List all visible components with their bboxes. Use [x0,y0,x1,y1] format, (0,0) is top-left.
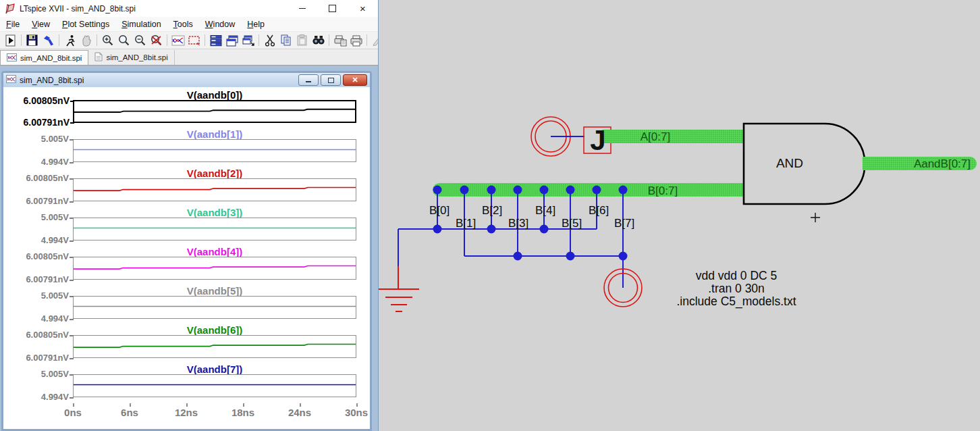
schematic-canvas-panel: J A[0:7] B[0:7] AND AandB[0:7] [379,0,980,431]
y-tick-label: 6.00791nV [26,353,74,363]
waveform-plot [74,218,356,240]
plot-box[interactable]: 5.005V 4.994V [73,218,356,240]
bit-label-b2[interactable]: B[2] [482,204,502,217]
y-tick-label: 6.00791nV [26,275,74,284]
bit-label-b4[interactable]: B[4] [535,204,555,217]
bit-label-b5[interactable]: B[5] [562,217,582,230]
plot-box[interactable]: 6.00805nV 6.00791nV [73,178,356,201]
child-restore-button[interactable] [321,74,341,86]
schematic-tools-button[interactable] [40,33,56,48]
plot-pane-5[interactable]: V(aandb[5]) 5.005V 4.994V [3,286,370,319]
plot-box[interactable]: 6.00805nV 6.00791nV [73,257,356,280]
bus-output-label[interactable]: AandB[0:7] [914,157,971,170]
bus-a[interactable] [602,130,746,143]
schematic-svg: J A[0:7] B[0:7] AND AandB[0:7] [379,0,980,431]
print-button[interactable] [348,33,364,48]
menu-window[interactable]: Window [199,18,241,30]
bit-label-b1[interactable]: B[1] [456,217,476,230]
maximize-button[interactable] [317,0,348,17]
plot-box[interactable]: 6.00805nV 6.00791nV [73,335,356,358]
minimize-button[interactable] [287,0,317,17]
trace-title: V(aandb[6]) [73,325,356,335]
and-gate-label: AND [776,156,803,170]
trace-title: V(aandb[5]) [73,286,356,296]
trace-title: V(aandb[1]) [73,129,356,139]
directive-vdd[interactable]: vdd vdd 0 DC 5 [696,269,778,282]
save-button[interactable] [24,33,40,48]
plot-pane-7[interactable]: V(aandb[7]) 5.005V 4.994V [3,364,370,397]
bit-label-b6[interactable]: B[6] [589,204,609,217]
print-preview-button[interactable] [332,33,348,48]
bit-label-b0[interactable]: B[0] [429,204,450,217]
plot-pane-0[interactable]: V(aandb[0]) 6.00805nV 6.00791nV [3,90,370,123]
run-button[interactable] [3,33,18,48]
plot-pane-6[interactable]: V(aandb[6]) 6.00805nV 6.00791nV [3,325,370,358]
plot-settings-button[interactable] [186,33,202,48]
bit-label-b3[interactable]: B[3] [508,217,528,230]
pan-hand-button[interactable] [78,33,94,48]
directive-tran[interactable]: .tran 0 30n [708,282,765,295]
tab-netlist[interactable]: sim_AND_8bit.spi [88,50,174,65]
and-gate[interactable] [744,124,865,204]
trace-title: V(aandb[7]) [73,364,356,374]
x-tick-label: 18ns [232,407,254,418]
copy-button[interactable] [278,33,294,48]
find-button[interactable] [310,33,326,48]
ltspice-window: LTspice XVII - sim_AND_8bit.spi × File V… [0,0,379,431]
halt-button[interactable] [62,33,78,48]
toolbar-separator [329,34,329,46]
zoom-fit-button[interactable] [116,33,132,48]
draw-line-button[interactable] [370,33,378,48]
toolbar-separator [97,34,97,46]
y-tick-label: 5.005V [41,134,74,144]
plot-pane-2[interactable]: V(aandb[2]) 6.00805nV 6.00791nV [3,168,370,201]
menu-help[interactable]: Help [241,18,271,30]
close-button[interactable]: × [348,0,378,17]
cut-button[interactable] [262,33,277,48]
waveform-plot [74,297,356,318]
zoom-out-button[interactable] [132,33,148,48]
menu-view[interactable]: View [26,18,56,30]
arrange-windows-button[interactable] [240,33,256,48]
bit-label-b7[interactable]: B[7] [614,217,634,230]
waveform-plot [74,336,356,357]
bus-b[interactable] [433,183,746,197]
plot-box[interactable]: 5.005V 4.994V [73,296,356,319]
menu-file[interactable]: File [0,18,26,30]
plot-box[interactable]: 5.005V 4.994V [73,139,356,162]
minimize-icon [299,8,306,9]
plot-box[interactable]: 6.00805nV 6.00791nV [73,100,356,123]
toolbar-separator [21,34,22,46]
x-tick-label: 0ns [64,407,82,418]
junction-dot [514,252,522,261]
toolbar-separator [366,34,367,46]
restore-icon [328,78,334,83]
cascade-windows-button[interactable] [224,33,240,48]
paste-button[interactable] [294,33,310,48]
tab-waveform[interactable]: sim_AND_8bit.spi [0,50,88,65]
tile-windows-button[interactable] [208,33,223,48]
plot-pane-1[interactable]: V(aandb[1]) 5.005V 4.994V [3,129,370,162]
plot-box[interactable]: 5.005V 4.994V [73,374,356,397]
schematic-canvas[interactable] [379,0,980,431]
bus-b-label[interactable]: B[0:7] [648,184,678,197]
plot-pane-4[interactable]: V(aandb[4]) 6.00805nV 6.00791nV [3,247,370,280]
menu-plot-settings[interactable]: Plot Settings [56,18,115,30]
junction-dot [593,186,601,195]
directive-include[interactable]: .include C5_models.txt [676,295,796,309]
x-tick-label: 6ns [121,407,138,418]
waveform-window-title-bar[interactable]: sim_AND_8bit.spi ✕ [3,73,370,88]
x-tick-label: 24ns [288,407,311,418]
plot-pane-3[interactable]: V(aandb[3]) 5.005V 4.994V [3,207,370,240]
waveform-trace [74,188,356,191]
zoom-in-button[interactable] [100,33,115,48]
menu-tools[interactable]: Tools [167,18,199,30]
child-minimize-button[interactable] [298,74,319,86]
bus-a-label[interactable]: A[0:7] [641,130,670,143]
y-tick-label: 5.005V [41,213,74,222]
autorange-y-button[interactable] [170,33,186,48]
child-close-button[interactable]: ✕ [343,74,367,86]
menu-simulation[interactable]: Simulation [115,18,167,30]
zoom-full-extents-button[interactable] [148,33,164,48]
toolbar-separator [59,34,59,46]
